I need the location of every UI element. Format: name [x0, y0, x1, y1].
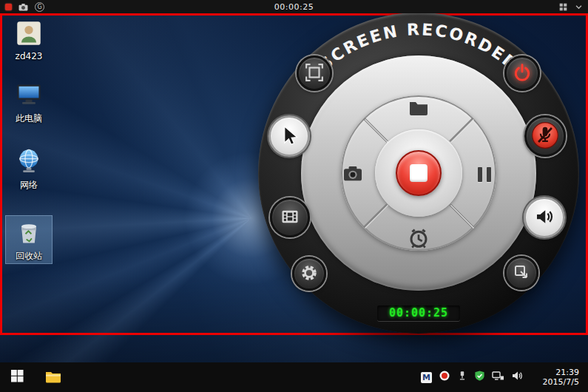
layout-icon[interactable]: [559, 1, 567, 12]
snapshot-icon: [513, 263, 530, 283]
open-folder-button[interactable]: [402, 92, 435, 125]
select-region-button[interactable]: [297, 55, 332, 91]
folder-icon: [44, 368, 62, 388]
desktop-icon-zd423[interactable]: zd423: [6, 18, 52, 64]
speaker-button[interactable]: [524, 197, 565, 238]
recorder-timer: 00:00:25: [377, 305, 460, 321]
desktop-icon-network[interactable]: 网络: [6, 145, 52, 192]
tray-network-icon[interactable]: [492, 370, 504, 385]
computer-icon: [15, 81, 43, 112]
file-explorer-button[interactable]: [37, 362, 70, 392]
desktop-icon-label: 此电脑: [16, 114, 42, 124]
clock-date: 2015/7/5: [543, 377, 579, 387]
desktop: G 00:00:25 zd423 此电脑 网络: [0, 0, 588, 392]
camera-icon: [341, 162, 365, 188]
speaker-icon: [533, 206, 555, 230]
topbar-timer: 00:00:25: [0, 2, 588, 12]
desktop-icon-this-pc[interactable]: 此电脑: [6, 78, 52, 126]
stop-button[interactable]: [396, 150, 442, 196]
folder-icon: [407, 96, 430, 122]
screen-recorder-panel: SCREEN RECORDER: [258, 13, 579, 334]
clock-time: 21:39: [555, 368, 579, 377]
globe-icon: [15, 147, 43, 178]
snapshot-button[interactable]: [504, 256, 538, 290]
mute-mic-button[interactable]: [524, 115, 566, 157]
alarm-clock-icon: [407, 226, 430, 252]
user-icon: [16, 20, 42, 50]
cursor-button[interactable]: [268, 115, 310, 157]
power-icon: [513, 63, 532, 84]
desktop-icon-label: 网络: [20, 180, 38, 190]
recorder-topbar: G 00:00:25: [0, 0, 588, 13]
desktop-icon-recycle-bin[interactable]: 回收站: [6, 216, 52, 263]
windows-logo-icon: [11, 370, 24, 385]
screenshot-camera-button[interactable]: [337, 158, 369, 191]
chevron-down-icon[interactable]: [575, 1, 583, 12]
tray-device-icon[interactable]: [457, 370, 467, 385]
pause-button[interactable]: [468, 158, 501, 191]
taskbar-clock[interactable]: 21:39 2015/7/5: [543, 362, 585, 392]
cursor-icon: [278, 124, 300, 149]
tray-m-icon[interactable]: M: [421, 372, 432, 383]
pause-icon: [478, 167, 491, 182]
gear-icon: [300, 263, 319, 285]
schedule-button[interactable]: [402, 223, 435, 255]
power-button[interactable]: [504, 55, 540, 91]
start-button[interactable]: [0, 362, 34, 392]
recycle-bin-icon: [15, 218, 43, 249]
tray-volume-icon[interactable]: [511, 370, 523, 385]
desktop-icon-label: zd423: [16, 52, 43, 61]
tray-recorder-icon[interactable]: [439, 370, 450, 385]
select-region-icon: [305, 63, 324, 84]
stop-icon: [410, 164, 428, 182]
mic-muted-icon: [531, 121, 559, 152]
topbar-right-icons: [559, 0, 583, 13]
settings-button[interactable]: [292, 257, 326, 291]
desktop-icon-label: 回收站: [16, 251, 42, 261]
taskbar: M 21:39 2015/7/5: [0, 362, 588, 392]
tray-shield-icon[interactable]: [474, 370, 485, 385]
system-tray: M: [421, 362, 523, 392]
film-icon: [280, 206, 300, 229]
video-button[interactable]: [270, 197, 310, 237]
